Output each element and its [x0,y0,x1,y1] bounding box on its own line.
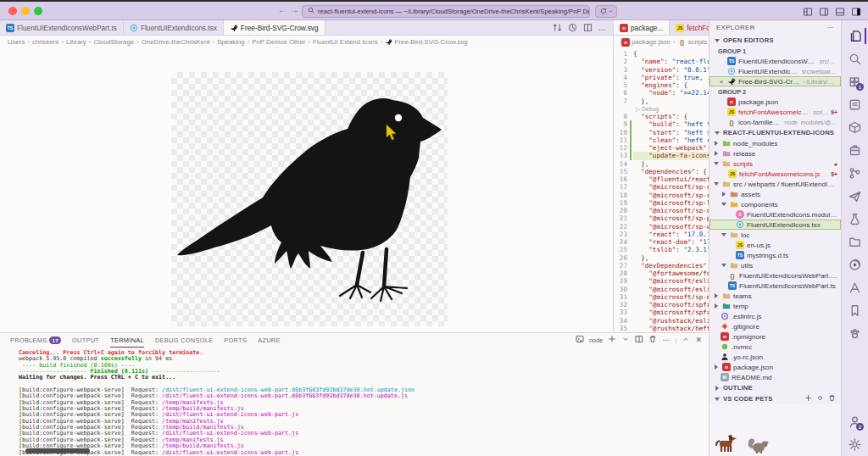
remote-send-icon[interactable] [842,185,868,208]
bookmarks-icon[interactable] [842,299,868,322]
tree-item[interactable]: FluentUIExtendIcons.tsx [709,220,841,230]
code-line[interactable]: 22 "@microsoft/sp-we [614,223,709,231]
search-icon[interactable] [842,47,868,70]
tree-item[interactable]: {}FluentUIExtendIconsWebPart.manifes... [709,270,841,281]
roll-call-button[interactable] [816,394,824,403]
command-center[interactable]: react-fluentui-extend-icons — ~/Library/… [302,5,590,18]
layout-grid-icon[interactable] [803,5,813,20]
pet-horse[interactable] [715,433,740,453]
open-editor-item[interactable]: {}icon-families.jsonnode_modules/@forta.… [709,117,841,127]
kill-terminal-button[interactable] [648,335,657,345]
layout-side-icon[interactable] [819,5,829,20]
code-line[interactable]: 35 "@rushstack/heft" [614,325,709,332]
new-terminal-button[interactable] [608,335,616,345]
compare-icon[interactable] [553,20,562,36]
close-panel-button[interactable]: ✕ [695,336,702,344]
workspace-root-header[interactable]: REACT-FLUENTUI-EXTEND-ICONS [709,127,841,138]
code-line[interactable]: 10 "start": "heft st [614,129,709,136]
tab-fluentuiextendiconswebpart-ts[interactable]: TSFluentUIExtendIconsWebPart.ts [0,20,124,35]
tree-item[interactable]: assets [709,189,841,199]
pet-squirrel[interactable] [745,435,771,453]
code-line[interactable]: 34 "@rushstack/eslin [614,317,709,325]
back-icon[interactable]: ← [276,5,288,14]
explorer-more-icon[interactable]: ⋯ [827,24,834,31]
breadcrumb-item[interactable]: npackage.json [621,38,670,47]
tab-free-bird-svg-crow-svg[interactable]: Free-Bird-SVG-Crow.svg [224,20,326,35]
package-box-icon[interactable] [842,116,868,139]
tree-item[interactable]: release [709,148,841,158]
tree-item[interactable]: .yo-rc.json [709,352,841,362]
spfx-icon[interactable] [842,93,868,116]
code-line[interactable]: 27 "devDependencies": [614,262,709,270]
settings-icon[interactable] [842,433,868,456]
code-line[interactable]: 30 "@microsoft/eslin [614,286,709,293]
code-line[interactable]: 8 "scripts": { [614,113,709,120]
minimize-window-button[interactable] [21,7,30,15]
code-line[interactable]: 13 "update-fa-icons" [614,152,709,159]
terminal-shell-icon[interactable] [576,335,584,345]
code-line[interactable]: 15 "dependencies": { [614,168,709,175]
panel-tab-debug-console[interactable]: DEBUG CONSOLE [155,333,213,348]
breadcrumb-item[interactable]: CloudStorage [93,38,134,46]
history-icon[interactable] [568,20,577,36]
breadcrumb-item[interactable]: Library [66,38,86,46]
maximize-panel-button[interactable] [682,335,690,345]
remove-pet-button[interactable] [828,394,836,403]
outline-header[interactable]: OUTLINE [709,382,841,393]
tree-item[interactable]: components [709,199,841,209]
code-line[interactable]: 19 "@microsoft/sp-lo [614,199,709,207]
code-line[interactable]: 5 "engines": { [614,81,709,89]
scrollbar-thumb[interactable] [25,448,90,453]
breadcrumb-item[interactable]: chriskent [32,38,58,46]
source-control-icon[interactable] [842,162,868,185]
code-line[interactable]: 2 "name": "react-flue [614,58,709,65]
codelens-debug[interactable]: ▷ Debug [614,105,709,113]
code-line[interactable]: 18 "@microsoft/sp-co [614,192,709,199]
tab-fluentuiextendicons-tsx[interactable]: FluentUIExtendIcons.tsx [124,20,224,35]
m365-icon[interactable] [842,139,868,162]
pets-panel[interactable] [709,404,841,456]
tree-item[interactable]: src / webparts / fluentUIExtendIcons [709,179,841,189]
tree-item[interactable]: n.npmignore [709,331,841,342]
testing-icon[interactable] [842,208,868,231]
code-line[interactable]: 24 "react-dom": "17. [614,238,709,246]
json-editor[interactable]: 1{2 "name": "react-flue3 "version": "0.0… [614,48,709,332]
code-line[interactable]: 4 "private": true, [614,74,709,81]
open-editors-header[interactable]: OPEN EDITORS [709,35,841,46]
tree-item[interactable]: loc [709,230,841,240]
extensions-icon[interactable]: 1 [842,70,868,93]
panel-tab-problems[interactable]: PROBLEMS17 [10,333,61,348]
split-icon[interactable] [583,20,593,36]
panel-tab-terminal[interactable]: TERMINAL [110,333,144,348]
tree-item[interactable]: scripts● [709,158,841,169]
terminal-output[interactable]: Canceling... Press Ctrl+C again to forci… [0,348,709,456]
code-line[interactable]: 20 "@microsoft/sp-of [614,207,709,214]
code-line[interactable]: 7 }, [614,97,709,105]
code-line[interactable]: 25 "tslib": "2.3.1" [614,246,709,253]
relaunch-button[interactable] [595,5,617,18]
tab-package-[interactable]: npackage... [614,20,670,35]
close-window-button[interactable] [8,7,17,15]
code-line[interactable]: 23 "react": "17.0.1" [614,231,709,238]
open-editor-item[interactable]: TSFluentUIExtendIconsWebPart.tssrc/we... [709,56,841,66]
more-icon[interactable]: ⋯ [598,20,606,36]
breadcrumb-item[interactable]: Free-Bird-SVG-Crow.svg [385,38,467,46]
tree-item[interactable]: .nvmrc [709,342,841,352]
open-editor-item[interactable]: JSfetchFontAwesomeIcons.jsscripts9+ [709,107,841,117]
breadcrumb-item[interactable]: Speaking [217,38,245,46]
add-pet-button[interactable] [804,394,812,403]
tree-item[interactable]: temp [709,301,841,311]
open-editor-item[interactable]: FluentUIExtendIcons.tsxsrc/webparts/fl..… [709,66,841,76]
tree-item[interactable]: TSmystrings.d.ts [709,250,841,260]
code-line[interactable]: 33 "@microsoft/spfx- [614,309,709,316]
azure-icon[interactable] [842,276,868,299]
code-line[interactable]: 32 "@microsoft/spfx- [614,301,709,309]
breadcrumb-item[interactable]: PnP Demos Other [252,38,305,46]
explorer-icon[interactable] [842,25,868,47]
svg-preview-editor[interactable] [0,48,613,332]
tree-item[interactable]: teams [709,291,841,301]
pets-icon[interactable] [842,322,868,345]
code-line[interactable]: 16 "@fluentui/react" [614,175,709,183]
tree-item[interactable]: utils [709,260,841,270]
code-line[interactable]: 12 "eject-webpack": [614,144,709,152]
